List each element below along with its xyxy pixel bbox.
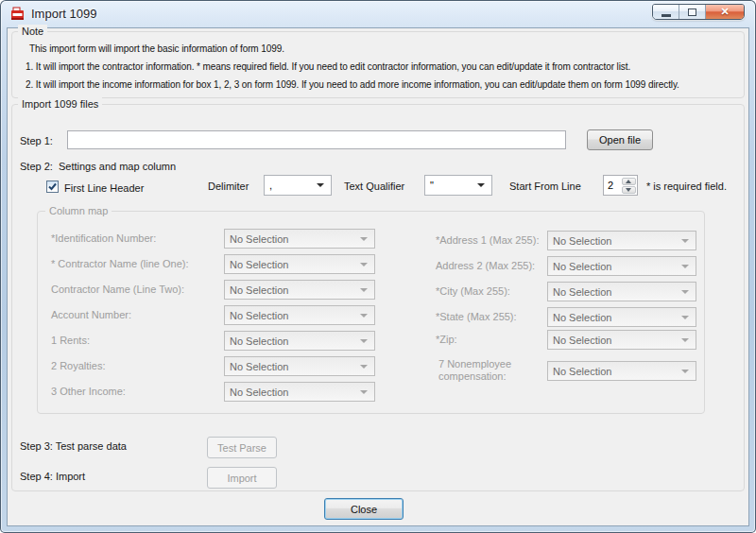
combo-value: No Selection: [230, 335, 288, 347]
combo-value: No Selection: [230, 233, 288, 245]
chevron-down-icon: [360, 390, 368, 394]
first-line-header-checkbox[interactable]: [46, 181, 59, 193]
step3-label: Step 3: Test parse data: [20, 440, 127, 453]
close-button[interactable]: Close: [324, 498, 404, 520]
spin-down-button[interactable]: [622, 186, 636, 194]
maximize-button[interactable]: [679, 5, 706, 19]
chevron-down-icon: [681, 265, 689, 268]
combo-value: No Selection: [553, 235, 611, 247]
caption-buttons: ✕: [652, 4, 745, 20]
chevron-down-icon: [360, 365, 368, 369]
note-line-1: This import form will import the basic i…: [29, 43, 284, 54]
field-label-contractor-name-one: * Contractor Name (line One):: [51, 258, 189, 270]
chevron-down-icon: [477, 183, 485, 187]
chevron-down-icon: [360, 263, 368, 266]
note-group: Note This import form will import the ba…: [11, 31, 745, 98]
start-from-line-label: Start From Line: [509, 181, 581, 193]
combo-value: No Selection: [553, 286, 611, 298]
combo-value: No Selection: [230, 361, 288, 372]
zip-select[interactable]: No Selection: [547, 330, 696, 350]
chevron-down-icon: [360, 314, 368, 318]
required-field-note: * is required field.: [646, 181, 727, 193]
combo-value: No Selection: [230, 387, 288, 398]
note-line-3: 2. It will import the income information…: [26, 79, 679, 90]
start-from-line-stepper[interactable]: 2: [603, 175, 638, 196]
arrow-down-icon: [626, 188, 631, 192]
step4-label: Step 4: Import: [20, 471, 85, 483]
field-label-zip: *Zip:: [436, 334, 457, 346]
spin-up-button[interactable]: [622, 178, 636, 185]
combo-value: No Selection: [230, 310, 288, 321]
field-label-contractor-name-two: Contractor Name (Line Two):: [51, 284, 184, 296]
close-icon: ✕: [720, 7, 729, 17]
dialog-body: Note This import form will import the ba…: [8, 28, 748, 525]
chevron-down-icon: [317, 183, 324, 187]
step1-label: Step 1:: [20, 135, 53, 147]
field-label-city: *City (Max 255):: [436, 285, 510, 298]
import-files-group: Import 1099 files Step 1: Open file Step…: [11, 104, 745, 491]
note-line-2: 1. It will import the contractor informa…: [26, 61, 630, 72]
chevron-down-icon: [681, 370, 689, 373]
step2-label: Step 2: Settings and map column: [20, 161, 176, 173]
field-label-royalties: 2 Royalties:: [51, 360, 105, 372]
checkmark-icon: [47, 181, 58, 192]
test-parse-button[interactable]: Test Parse: [207, 437, 277, 458]
field-label-rents: 1 Rents:: [51, 335, 90, 347]
address-1-select[interactable]: No Selection: [547, 231, 696, 250]
maximize-icon: [688, 9, 696, 16]
field-label-address-1: *Address 1 (Max 255):: [436, 234, 539, 247]
combo-value: No Selection: [553, 261, 611, 272]
chevron-down-icon: [360, 339, 368, 343]
minimize-button[interactable]: [653, 5, 679, 19]
field-label-account-number: Account Number:: [51, 309, 131, 321]
note-group-title: Note: [18, 25, 47, 39]
combo-value: No Selection: [553, 366, 611, 377]
minimize-icon: [662, 14, 671, 17]
contractor-name-one-select[interactable]: No Selection: [224, 254, 375, 274]
first-line-header-label[interactable]: First Line Header: [64, 182, 144, 195]
city-select[interactable]: No Selection: [547, 282, 696, 301]
contractor-name-two-select[interactable]: No Selection: [224, 280, 375, 300]
other-income-select[interactable]: No Selection: [224, 382, 375, 402]
window: Import 1099 ✕ Note This import form will…: [0, 0, 756, 533]
title-bar[interactable]: Import 1099 ✕: [0, 0, 756, 28]
delimiter-select[interactable]: ,: [264, 175, 332, 196]
account-number-select[interactable]: No Selection: [224, 305, 375, 325]
column-map-group: Column map *Identification Number: * Con…: [37, 211, 705, 414]
address-2-select[interactable]: No Selection: [547, 256, 696, 276]
close-window-button[interactable]: ✕: [706, 5, 744, 19]
combo-value: No Selection: [553, 312, 611, 323]
text-qualifier-value: ": [430, 180, 434, 191]
field-label-other-income: 3 Other Income:: [51, 386, 126, 398]
field-label-address-2: Address 2 (Max 255):: [436, 260, 535, 272]
chevron-down-icon: [681, 239, 689, 243]
column-map-group-title: Column map: [45, 204, 112, 218]
state-select[interactable]: No Selection: [547, 307, 696, 327]
delimiter-label: Delimiter: [208, 181, 249, 193]
field-label-state: *State (Max 255):: [436, 311, 517, 323]
delimiter-value: ,: [269, 180, 272, 191]
chevron-down-icon: [360, 237, 368, 241]
combo-value: No Selection: [553, 335, 611, 346]
chevron-down-icon: [681, 338, 689, 342]
combo-value: No Selection: [230, 259, 288, 270]
text-qualifier-select[interactable]: ": [424, 175, 492, 196]
app-icon: [10, 7, 26, 22]
identification-number-select[interactable]: No Selection: [224, 229, 375, 249]
combo-value: No Selection: [230, 284, 288, 296]
open-file-button[interactable]: Open file: [587, 129, 653, 150]
chevron-down-icon: [681, 290, 689, 294]
import-files-group-title: Import 1099 files: [18, 97, 102, 112]
file-path-input[interactable]: [67, 130, 566, 149]
import-button[interactable]: Import: [207, 467, 277, 489]
field-label-nonemployee-compensation: 7 Nonemployee compensation:: [438, 358, 544, 383]
window-title: Import 1099: [31, 7, 96, 21]
rents-select[interactable]: No Selection: [224, 331, 375, 351]
nonemployee-compensation-select[interactable]: No Selection: [547, 361, 696, 381]
field-label-identification-number: *Identification Number:: [51, 232, 156, 245]
chevron-down-icon: [681, 316, 689, 319]
start-from-line-value: 2: [608, 180, 613, 191]
royalties-select[interactable]: No Selection: [224, 356, 375, 376]
arrow-up-icon: [626, 180, 631, 183]
text-qualifier-label: Text Qualifier: [344, 181, 404, 193]
